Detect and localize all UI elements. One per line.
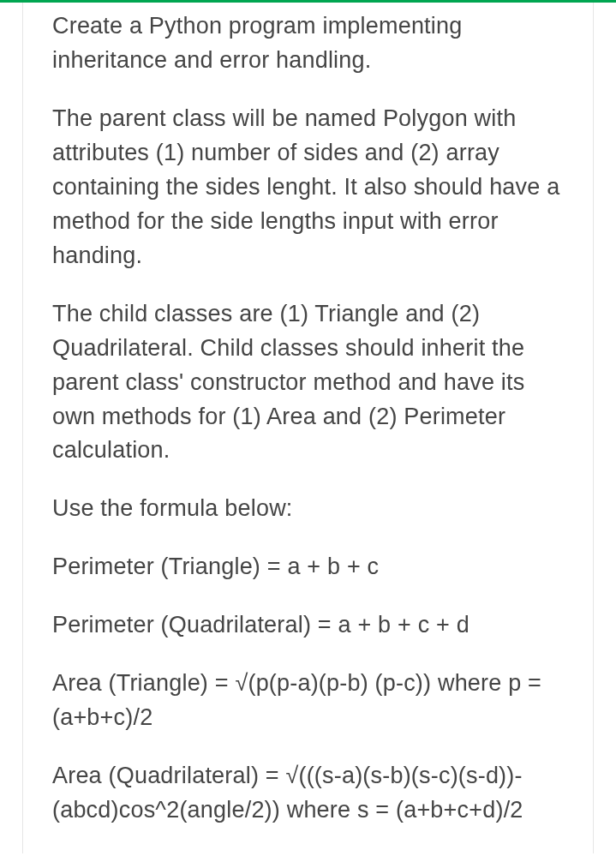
left-border <box>22 3 23 853</box>
paragraph-area-triangle: Area (Triangle) = √(p(p-a)(p-b) (p-c)) w… <box>52 667 564 735</box>
paragraph-intro: Create a Python program implementing inh… <box>52 9 564 78</box>
content-wrapper: Create a Python program implementing inh… <box>0 3 616 853</box>
paragraph-perimeter-quadrilateral: Perimeter (Quadrilateral) = a + b + c + … <box>52 608 564 643</box>
paragraph-perimeter-triangle: Perimeter (Triangle) = a + b + c <box>52 550 564 584</box>
paragraph-child-classes: The child classes are (1) Triangle and (… <box>52 297 564 469</box>
document-content: Create a Python program implementing inh… <box>22 3 594 853</box>
paragraph-area-quadrilateral: Area (Quadrilateral) = √(((s-a)(s-b)(s-c… <box>52 759 564 828</box>
right-border <box>593 3 594 853</box>
paragraph-formula-intro: Use the formula below: <box>52 492 564 526</box>
paragraph-parent-class: The parent class will be named Polygon w… <box>52 102 564 273</box>
